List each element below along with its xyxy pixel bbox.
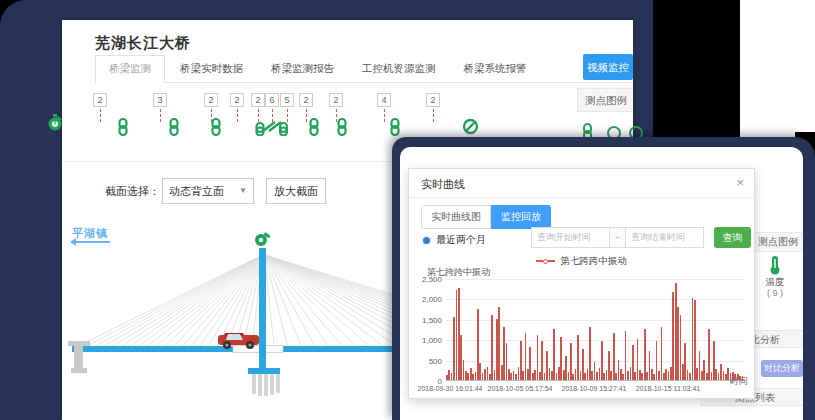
chain-link-icon[interactable] bbox=[389, 118, 401, 140]
sensor-count-badge: 4 bbox=[377, 93, 391, 107]
dash-connector bbox=[100, 109, 101, 122]
time-separator: - bbox=[610, 227, 625, 248]
legend-label: 第七跨跨中振动 bbox=[561, 255, 628, 266]
backdrop-black-band bbox=[640, 0, 740, 142]
x-tick-label: 2018-10-05 05:17:54 bbox=[480, 385, 560, 392]
gridline bbox=[446, 279, 744, 280]
modal-tab-group: 实时曲线图 监控回放 bbox=[421, 205, 551, 229]
tab-realtime-curve[interactable]: 实时曲线图 bbox=[421, 205, 491, 229]
sensor-count-badge: 2 bbox=[204, 93, 218, 107]
abutment-pier bbox=[68, 341, 90, 373]
query-button[interactable]: 查询 bbox=[714, 227, 751, 248]
realtime-curve-modal: 实时曲线 × 实时曲线图 监控回放 最近两个月 查询开始时间 - 查询结束时间 … bbox=[408, 168, 755, 399]
radio-last-two-months[interactable] bbox=[422, 236, 431, 245]
gridline bbox=[446, 299, 744, 300]
section-select-label: 截面选择： bbox=[105, 178, 160, 204]
chain-link-icon[interactable] bbox=[308, 118, 320, 140]
sensor-count-badge: 2 bbox=[426, 93, 440, 107]
dash-connector bbox=[160, 109, 161, 122]
sensor-count-badge: 2 bbox=[251, 93, 265, 107]
dash-connector bbox=[384, 109, 385, 122]
sensor-count-badge: 2 bbox=[329, 93, 343, 107]
y-tick-label: 1,000 bbox=[412, 336, 442, 345]
compare-analysis-button[interactable]: 对比分析 bbox=[761, 360, 803, 377]
stopwatch-icon[interactable] bbox=[47, 114, 63, 136]
range-radio-row: 最近两个月 bbox=[422, 233, 486, 247]
prohibition-icon[interactable] bbox=[462, 118, 479, 139]
dash-connector bbox=[306, 109, 307, 122]
legend-panel-header: 测点图例 bbox=[577, 88, 633, 112]
y-tick-label: 1,500 bbox=[412, 316, 442, 325]
tab-monitor-playback[interactable]: 监控回放 bbox=[491, 205, 551, 229]
y-tick-label: 2,000 bbox=[412, 295, 442, 304]
query-time-row: 查询开始时间 - 查询结束时间 查询 bbox=[531, 227, 751, 248]
sensor-cluster-icon[interactable] bbox=[255, 118, 289, 140]
sensor-count-badge: 3 bbox=[153, 93, 167, 107]
legend-line-icon bbox=[548, 260, 555, 262]
sensor-count-badge: 2 bbox=[299, 93, 313, 107]
chain-link-icon[interactable] bbox=[210, 118, 222, 140]
y-tick-label: 2,500 bbox=[412, 275, 442, 284]
start-time-input[interactable]: 查询开始时间 bbox=[531, 227, 610, 248]
gps-icon[interactable] bbox=[255, 232, 271, 246]
x-axis-title: 时间 bbox=[730, 375, 748, 388]
bridge-tower bbox=[259, 248, 266, 370]
temp-count: ( 9 ) bbox=[758, 288, 792, 298]
section-dropdown-value: 动态背立面 bbox=[169, 185, 224, 197]
sensor-count-badge: 5 bbox=[280, 93, 294, 107]
modal-title-divider bbox=[409, 197, 754, 198]
dash-connector bbox=[433, 109, 434, 122]
x-tick-label: 2018-10-09 15:27:41 bbox=[554, 385, 634, 392]
chevron-down-icon: ▼ bbox=[239, 179, 247, 203]
vibration-chart-plot: 2,5002,0001,5001,0005000 bbox=[446, 279, 744, 381]
close-icon[interactable]: × bbox=[736, 175, 744, 190]
deck-joint-segment bbox=[233, 346, 283, 353]
sensor-count-badge: 2 bbox=[93, 93, 107, 107]
x-tick-label: 2018-10-15 11:03:41 bbox=[628, 385, 708, 392]
enlarge-section-button[interactable]: 放大截面 bbox=[266, 178, 326, 204]
radio-label: 最近两个月 bbox=[436, 233, 486, 247]
end-time-input[interactable]: 查询结束时间 bbox=[625, 227, 704, 248]
dash-connector bbox=[237, 109, 238, 122]
x-tick-label: 2018-09-30 16:01:44 bbox=[410, 385, 490, 392]
tower-pier bbox=[248, 368, 280, 396]
chain-link-icon[interactable] bbox=[117, 118, 129, 140]
y-tick-label: 500 bbox=[412, 357, 442, 366]
section-dropdown[interactable]: 动态背立面 ▼ bbox=[162, 178, 254, 204]
legend-line-icon bbox=[536, 260, 543, 262]
thermometer-icon[interactable] bbox=[768, 255, 782, 275]
sensor-count-badge: 2 bbox=[230, 93, 244, 107]
chain-link-icon[interactable] bbox=[336, 118, 348, 140]
modal-title: 实时曲线 bbox=[421, 177, 465, 192]
sensor-count-badge: 6 bbox=[265, 93, 279, 107]
screenshot-stage: 芜湖长江大桥 桥梁监测桥梁实时数据桥梁监测报告工控机资源监测桥梁系统报警 视频监… bbox=[0, 0, 815, 420]
chain-link-icon[interactable] bbox=[168, 118, 180, 140]
